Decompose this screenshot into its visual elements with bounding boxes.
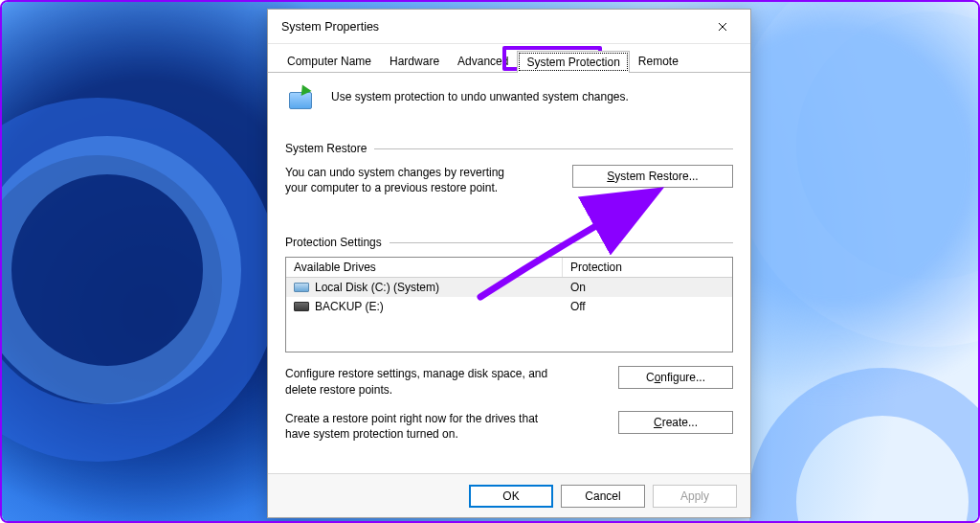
- ok-button[interactable]: OK: [469, 485, 553, 508]
- system-restore-button[interactable]: System Restore...: [572, 165, 733, 188]
- table-row[interactable]: Local Disk (C:) (System) On: [286, 278, 732, 297]
- col-header-protection: Protection: [563, 258, 732, 277]
- tab-content: Use system protection to undo unwanted s…: [268, 73, 750, 473]
- system-protection-icon: [285, 86, 320, 121]
- drive-name: BACKUP (E:): [315, 300, 384, 313]
- close-button[interactable]: [701, 12, 745, 41]
- tab-remote[interactable]: Remote: [629, 50, 688, 72]
- drive-icon: [294, 302, 309, 311]
- drives-body: Local Disk (C:) (System) On BACKUP (E:) …: [286, 278, 732, 316]
- group-label-restore: System Restore: [285, 142, 367, 155]
- tab-system-protection[interactable]: System Protection: [517, 51, 629, 73]
- tab-hardware[interactable]: Hardware: [380, 50, 449, 72]
- drives-table[interactable]: Available Drives Protection Local Disk (…: [285, 257, 733, 352]
- intro-row: Use system protection to undo unwanted s…: [285, 84, 733, 128]
- drive-protection: On: [563, 279, 732, 296]
- dialog-footer: OK Cancel Apply: [268, 473, 750, 517]
- table-row[interactable]: BACKUP (E:) Off: [286, 297, 732, 316]
- col-header-drive: Available Drives: [286, 258, 563, 277]
- configure-description: Configure restore settings, manage disk …: [285, 366, 563, 397]
- system-properties-dialog: System Properties Computer Name Hardware…: [267, 9, 751, 518]
- drive-name: Local Disk (C:) (System): [315, 281, 439, 294]
- cancel-button[interactable]: Cancel: [561, 485, 645, 508]
- tab-computer-name[interactable]: Computer Name: [278, 50, 381, 72]
- close-icon: [718, 22, 727, 32]
- group-system-restore: System Restore: [285, 142, 733, 155]
- drive-icon: [294, 283, 309, 292]
- drive-protection: Off: [563, 298, 732, 315]
- create-button[interactable]: Create...: [618, 411, 733, 434]
- drives-header: Available Drives Protection: [286, 258, 732, 278]
- group-protection-settings: Protection Settings: [285, 236, 733, 249]
- apply-button[interactable]: Apply: [653, 485, 737, 508]
- window-title: System Properties: [281, 20, 701, 34]
- tab-strip: Computer Name Hardware Advanced System P…: [268, 44, 750, 73]
- titlebar[interactable]: System Properties: [268, 10, 750, 44]
- tab-advanced[interactable]: Advanced: [448, 50, 518, 72]
- configure-button[interactable]: Configure...: [618, 366, 733, 389]
- create-description: Create a restore point right now for the…: [285, 411, 563, 442]
- restore-description: You can undo system changes by reverting…: [285, 165, 505, 195]
- intro-text: Use system protection to undo unwanted s…: [331, 86, 629, 103]
- group-label-protection: Protection Settings: [285, 236, 382, 249]
